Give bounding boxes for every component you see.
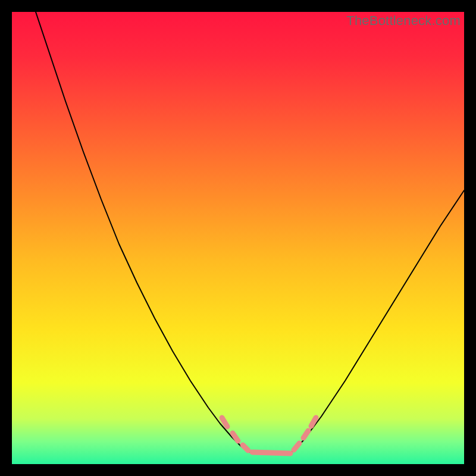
gradient-background	[12, 12, 464, 464]
highlight-dashes-segment	[243, 445, 248, 450]
chart-frame: TheBottleneck.com	[12, 12, 464, 464]
bottleneck-plot	[12, 12, 464, 464]
highlight-dashes-segment	[252, 452, 290, 453]
watermark-label: TheBottleneck.com	[346, 13, 461, 29]
